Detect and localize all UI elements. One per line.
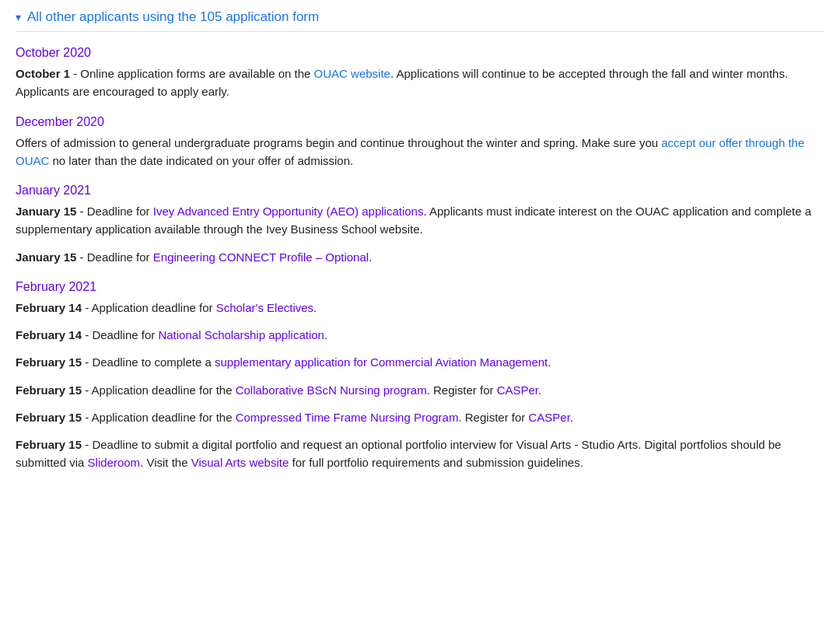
entry-feb-15-nursing-collab: February 15 - Application deadline for t…	[16, 381, 824, 399]
link-feb-15-nursing-compressed-1[interactable]: Compressed Time Frame Nursing Program	[236, 411, 459, 424]
entry-feb-15-nursing-compressed: February 15 - Application deadline for t…	[16, 408, 824, 426]
link-feb-14-scholars-1[interactable]: Scholar's Electives	[216, 301, 313, 314]
month-heading: October 2020	[16, 46, 824, 60]
link-feb-15-visual-arts-2[interactable]: Visual Arts website	[191, 456, 289, 469]
entry-date: February 15	[16, 355, 82, 369]
month-heading: February 2021	[16, 280, 824, 294]
link-feb-15-aviation-1[interactable]: supplementary application for Commercial…	[215, 355, 548, 369]
entry-feb-14-scholars: February 14 - Application deadline for S…	[16, 299, 824, 317]
main-container: ▾ All other applicants using the 105 app…	[0, 0, 840, 644]
entry-feb-15-aviation: February 15 - Deadline to complete a sup…	[16, 353, 824, 371]
entry-date: February 14	[16, 301, 82, 314]
month-heading: January 2021	[16, 184, 824, 198]
entry-date: February 15	[16, 383, 82, 397]
link-dec-1-1[interactable]: accept our offer through the OUAC	[16, 136, 804, 167]
entry-date: October 1	[16, 67, 70, 80]
entry-date: February 15	[16, 411, 82, 424]
entry-date: February 14	[16, 328, 82, 341]
link-feb-15-nursing-compressed-2[interactable]: CASPer	[528, 411, 569, 424]
link-jan-15-eng-1[interactable]: Engineering CONNECT Profile – Optional	[153, 250, 369, 264]
link-feb-15-nursing-collab-2[interactable]: CASPer	[497, 383, 538, 397]
section-header: ▾ All other applicants using the 105 app…	[16, 9, 824, 32]
entry-oct-1: October 1 - Online application forms are…	[16, 65, 824, 101]
entry-jan-15-eng: January 15 - Deadline for Engineering CO…	[16, 248, 824, 266]
link-feb-15-visual-arts-1[interactable]: Slideroom	[88, 456, 141, 469]
entry-feb-14-national: February 14 - Deadline for National Scho…	[16, 326, 824, 344]
link-feb-14-national-1[interactable]: National Scholarship application	[158, 328, 324, 341]
entry-feb-15-visual-arts: February 15 - Deadline to submit a digit…	[16, 436, 824, 472]
content-area: October 2020October 1 - Online applicati…	[16, 46, 824, 472]
entry-date: February 15	[16, 438, 82, 451]
link-jan-15-aeo-1[interactable]: Ivey Advanced Entry Opportunity (AEO) ap…	[153, 205, 424, 218]
link-oct-1-1[interactable]: OUAC website	[314, 67, 390, 80]
month-heading: December 2020	[16, 115, 824, 129]
entry-dec-1: Offers of admission to general undergrad…	[16, 134, 824, 170]
section-title[interactable]: All other applicants using the 105 appli…	[27, 9, 319, 25]
entry-date: January 15	[16, 205, 76, 218]
entry-jan-15-aeo: January 15 - Deadline for Ivey Advanced …	[16, 202, 824, 239]
entry-date: January 15	[16, 250, 76, 264]
chevron-icon[interactable]: ▾	[16, 11, 21, 23]
link-feb-15-nursing-collab-1[interactable]: Collaborative BScN Nursing program	[236, 383, 427, 397]
